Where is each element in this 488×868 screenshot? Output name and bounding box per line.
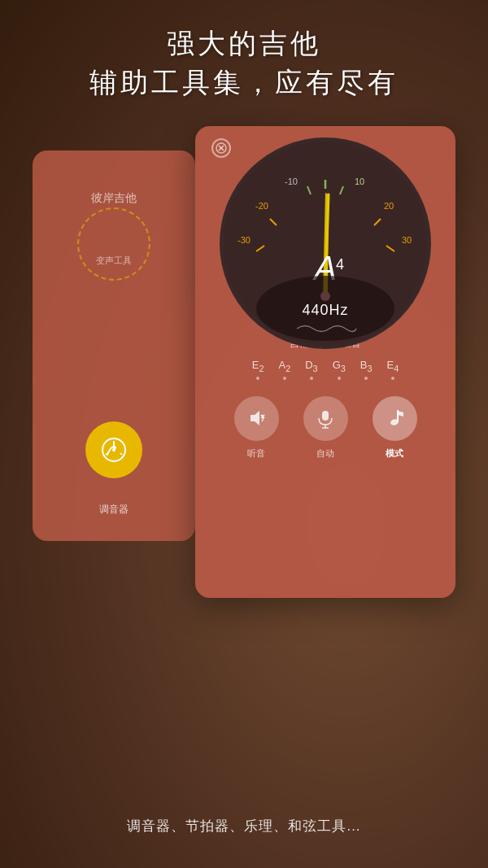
svg-text:-20: -20: [255, 201, 268, 211]
svg-point-2: [112, 448, 115, 451]
tuner-label: 调音器: [99, 503, 129, 517]
svg-point-28: [320, 291, 330, 301]
string-note-e4: E4: [386, 359, 399, 380]
string-note-d3: D3: [305, 359, 317, 380]
title-section: 强大的吉他 辅助工具集，应有尽有: [89, 24, 399, 102]
string-note-g3: G3: [333, 359, 346, 380]
string-note-a2: A2: [279, 359, 291, 380]
gauge-container: -30 -20 -10 10 20 30: [220, 162, 431, 325]
svg-text:20: 20: [384, 201, 394, 211]
string-note-b3: B3: [360, 359, 373, 380]
app-name-label: 彼岸吉他: [91, 191, 137, 206]
bottom-controls: 听音 自动: [234, 396, 417, 460]
microphone-icon: [314, 407, 337, 430]
dot-d3: [310, 377, 313, 380]
close-button[interactable]: [211, 138, 231, 158]
dot-a2: [283, 377, 286, 380]
mode-button[interactable]: [373, 396, 417, 441]
svg-text:-30: -30: [237, 235, 251, 245]
front-card: -30 -20 -10 10 20 30: [195, 126, 455, 598]
listen-label: 听音: [247, 447, 265, 460]
title-line1: 强大的吉他: [167, 28, 321, 59]
control-listen: 听音: [234, 396, 279, 460]
auto-button[interactable]: [303, 396, 348, 441]
string-notes: E2 A2 D3 G3 B3: [252, 359, 399, 380]
speaker-icon: [245, 407, 268, 430]
dot-g3: [338, 377, 341, 380]
string-note-e2: E2: [252, 359, 264, 380]
svg-line-4: [120, 453, 122, 455]
svg-text:10: 10: [355, 177, 364, 186]
control-auto: 自动: [303, 396, 348, 460]
auto-label: 自动: [316, 447, 334, 460]
close-icon: [216, 142, 227, 154]
dot-e2: [256, 377, 259, 380]
svg-text:30: 30: [402, 235, 412, 245]
cards-area: 彼岸吉他 变声工具 调音器: [33, 126, 455, 614]
main-content: 强大的吉他 辅助工具集，应有尽有 彼岸吉他 变声工具 调音器: [0, 0, 488, 868]
tuner-icon-button[interactable]: [85, 421, 142, 478]
title-line2: 辅助工具集，应有尽有: [89, 67, 399, 98]
svg-text:4: 4: [336, 256, 344, 273]
gauge-svg: -30 -20 -10 10 20 30: [220, 137, 431, 349]
dot-e4: [391, 377, 394, 380]
dashed-circle-decoration: [77, 207, 150, 281]
mode-label: 模式: [386, 447, 403, 460]
svg-text:440Hz: 440Hz: [302, 302, 348, 318]
svg-rect-31: [322, 411, 329, 421]
footer-text: 调音器、节拍器、乐理、和弦工具...: [127, 817, 360, 835]
speedometer-icon: [99, 435, 129, 465]
dot-b3: [364, 377, 368, 380]
control-mode: 模式: [373, 396, 417, 460]
music-note-icon: [383, 407, 406, 430]
back-card: 彼岸吉他 变声工具 调音器: [33, 150, 195, 541]
svg-text:-10: -10: [285, 177, 298, 186]
gauge-background: -30 -20 -10 10 20 30: [220, 137, 431, 349]
listen-button[interactable]: [234, 396, 279, 441]
